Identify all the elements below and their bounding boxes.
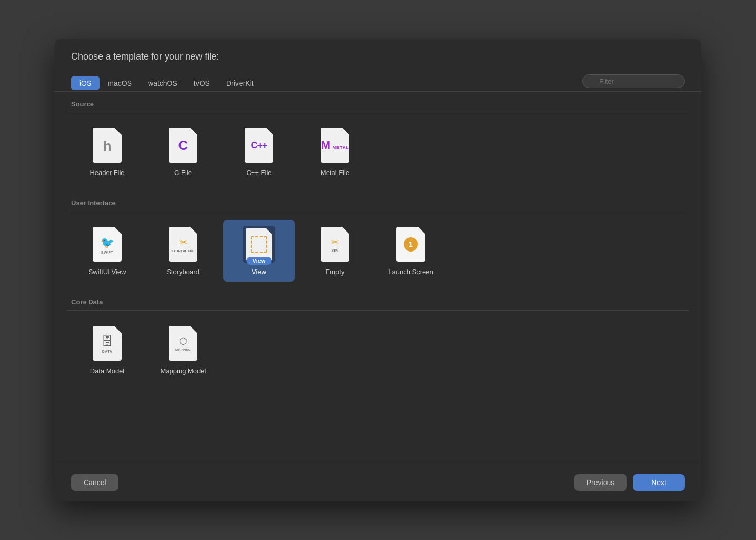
item-swiftui-view[interactable]: 🐦 SWIFT SwiftUI View: [71, 220, 143, 282]
tab-watchos[interactable]: watchOS: [140, 76, 186, 90]
launch-badge: 1: [404, 237, 418, 252]
header-file-label: Header File: [90, 169, 124, 177]
mapping-model-label: Mapping Model: [161, 367, 206, 375]
launch-screen-label: Launch Screen: [388, 268, 433, 276]
swift-sub: SWIFT: [101, 250, 113, 254]
mapping-model-icon-wrapper: ⬡ MAPPING: [167, 325, 200, 362]
metal-file-icon-wrapper: M METAL: [319, 127, 351, 164]
item-metal-file[interactable]: M METAL Metal File: [299, 121, 371, 183]
launch-doc-icon: 1: [396, 227, 425, 262]
empty-doc-icon: ✂ XIB: [321, 227, 349, 262]
new-file-dialog: Choose a template for your new file: iOS…: [55, 39, 701, 501]
storyboard-symbol: ✂: [179, 236, 188, 248]
dialog-header: Choose a template for your new file:: [55, 39, 701, 70]
header-file-doc-icon: h: [93, 128, 122, 163]
source-items-grid: h Header File C C File C++: [67, 112, 689, 191]
tab-ios[interactable]: iOS: [71, 76, 100, 90]
view-icon-wrapper: View: [243, 226, 275, 263]
header-file-symbol: h: [103, 138, 111, 155]
filter-wrapper: ⊜: [582, 74, 685, 88]
cancel-button[interactable]: Cancel: [71, 474, 118, 491]
item-header-file[interactable]: h Header File: [71, 121, 143, 183]
cpp-file-label: C++ File: [246, 169, 271, 177]
view-dashed-rect: [251, 236, 267, 253]
storyboard-doc-icon: ✂ STORYBOARD: [169, 227, 197, 262]
tab-bar: iOS macOS watchOS tvOS DriverKit ⊜: [55, 70, 701, 92]
swiftui-label: SwiftUI View: [89, 268, 126, 276]
ui-items-grid: 🐦 SWIFT SwiftUI View ✂ STORYBOARD Storyb…: [67, 211, 689, 290]
cpp-file-icon-wrapper: C++: [243, 127, 275, 164]
data-model-label: Data Model: [90, 367, 124, 375]
cpp-file-symbol: C++: [251, 140, 267, 151]
data-model-doc-icon: 🗄 DATA: [93, 326, 122, 361]
item-data-model[interactable]: 🗄 DATA Data Model: [71, 319, 143, 381]
empty-icon-wrapper: ✂ XIB: [319, 226, 351, 263]
data-sub: DATA: [102, 350, 112, 353]
swift-symbol: 🐦: [101, 236, 114, 249]
metal-file-symbol: M METAL: [321, 140, 349, 151]
ui-section-label: User Interface: [67, 191, 689, 211]
content-area: Source h Header File C C File: [55, 92, 701, 464]
coredata-items-grid: 🗄 DATA Data Model ⬡ MAPPING Mapping Mode…: [67, 311, 689, 389]
view-selected-badge: View: [247, 257, 272, 265]
metal-m-char: M: [321, 139, 330, 151]
view-doc-icon: [246, 228, 272, 260]
mapping-model-doc-icon: ⬡ MAPPING: [169, 326, 197, 361]
c-file-symbol: C: [178, 138, 188, 153]
storyboard-label: Storyboard: [167, 268, 200, 276]
item-empty[interactable]: ✂ XIB Empty: [299, 220, 371, 282]
item-cpp-file[interactable]: C++ C++ File: [223, 121, 295, 183]
c-file-label: C File: [174, 169, 192, 177]
tab-macos[interactable]: macOS: [100, 76, 140, 90]
item-storyboard[interactable]: ✂ STORYBOARD Storyboard: [147, 220, 219, 282]
item-c-file[interactable]: C C File: [147, 121, 219, 183]
mapping-sub: MAPPING: [175, 348, 191, 351]
storyboard-icon-wrapper: ✂ STORYBOARD: [167, 226, 200, 263]
mapping-symbol: ⬡: [179, 336, 187, 347]
metal-file-label: Metal File: [321, 169, 349, 177]
tab-tvos[interactable]: tvOS: [186, 76, 218, 90]
xib-symbol: ✂: [331, 237, 339, 248]
storyboard-sub: STORYBOARD: [171, 249, 194, 253]
source-section-label: Source: [67, 92, 689, 112]
tab-bar-inner: iOS macOS watchOS tvOS DriverKit ⊜: [71, 74, 685, 91]
item-mapping-model[interactable]: ⬡ MAPPING Mapping Model: [147, 319, 219, 381]
tab-driverkit[interactable]: DriverKit: [218, 76, 262, 90]
data-model-icon-wrapper: 🗄 DATA: [91, 325, 124, 362]
c-file-icon-wrapper: C: [167, 127, 200, 164]
c-file-doc-icon: C: [169, 128, 197, 163]
item-view[interactable]: View View: [223, 220, 295, 282]
next-button[interactable]: Next: [633, 474, 685, 491]
launch-icon-wrapper: 1: [394, 226, 427, 263]
data-symbol: 🗄: [101, 334, 113, 349]
coredata-section-label: Core Data: [67, 290, 689, 310]
view-label: View: [252, 268, 266, 276]
previous-button[interactable]: Previous: [574, 474, 627, 491]
footer-right-buttons: Previous Next: [574, 474, 685, 491]
dialog-title: Choose a template for your new file:: [71, 51, 219, 62]
metal-sub-text: METAL: [332, 145, 349, 150]
filter-input[interactable]: [582, 74, 685, 88]
header-file-icon-wrapper: h: [91, 127, 124, 164]
dialog-footer: Cancel Previous Next: [55, 464, 701, 501]
filter-container: ⊜: [582, 74, 685, 88]
item-launch-screen[interactable]: 1 Launch Screen: [375, 220, 447, 282]
empty-label: Empty: [326, 268, 345, 276]
metal-file-doc-icon: M METAL: [321, 128, 349, 163]
swiftui-icon-wrapper: 🐦 SWIFT: [91, 226, 124, 263]
cpp-file-doc-icon: C++: [245, 128, 273, 163]
xib-sub: XIB: [331, 249, 338, 253]
swiftui-doc-icon: 🐦 SWIFT: [93, 227, 122, 262]
